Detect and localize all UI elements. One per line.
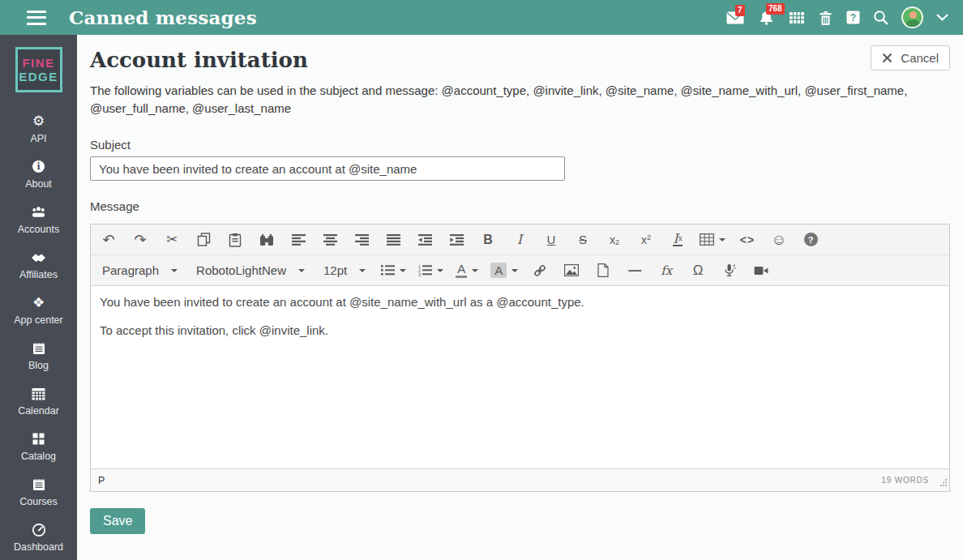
source-code-button[interactable]: <> <box>733 228 762 252</box>
sidebar-nav: ⚙ API i About Accounts Affiliates ❖ App … <box>0 106 77 560</box>
trash-button[interactable] <box>818 10 833 26</box>
table-button[interactable] <box>695 228 730 252</box>
align-right-icon <box>355 234 369 246</box>
sidebar-item-blog[interactable]: Blog <box>0 333 77 378</box>
redo-button[interactable]: ↷ <box>126 228 155 252</box>
voice-input-button[interactable] <box>715 259 744 283</box>
variables-description: The following variables can be used in t… <box>90 82 950 118</box>
format-caret-icon <box>171 269 178 272</box>
align-right-button[interactable] <box>347 228 376 252</box>
profile-dropdown-button[interactable] <box>936 14 948 21</box>
format-select[interactable]: Paragraph <box>94 259 186 283</box>
search-icon <box>873 10 888 25</box>
horizontal-rule-button[interactable]: — <box>620 259 649 283</box>
info-icon: i <box>32 160 45 173</box>
superscript-icon: x2 <box>641 233 651 246</box>
find-replace-button[interactable] <box>252 228 281 252</box>
numbered-list-icon: 123 <box>418 264 432 276</box>
emoticons-button[interactable]: ☺ <box>764 228 794 252</box>
sidebar-item-dashboard[interactable]: Dashboard <box>0 515 77 560</box>
page-title: Account invitation <box>90 48 308 72</box>
hamburger-menu-button[interactable] <box>27 11 46 25</box>
editor-toolbar-row-1: ↶ ↷ ✂ B I U S x2 x2 Ix <> <box>91 224 949 255</box>
undo-icon: ↶ <box>102 233 114 247</box>
underline-icon: U <box>547 233 556 246</box>
app-header: Canned messages 7 768 ? <box>0 0 963 35</box>
font-select-value: RobotoLightNew <box>196 263 286 277</box>
subscript-button[interactable]: x2 <box>600 228 629 252</box>
indent-button[interactable] <box>442 228 471 252</box>
microphone-icon <box>722 263 737 277</box>
font-size-select[interactable]: 12pt <box>315 259 374 283</box>
size-select-value: 12pt <box>323 263 347 277</box>
strikethrough-button[interactable]: S <box>568 228 597 252</box>
superscript-button[interactable]: x2 <box>631 228 661 252</box>
resize-handle[interactable] <box>939 475 948 489</box>
text-color-button[interactable]: A <box>451 259 483 283</box>
sidebar: FINE EDGE ⚙ API i About Accounts Affilia… <box>0 35 77 560</box>
align-center-icon <box>323 234 337 246</box>
undo-button[interactable]: ↶ <box>94 228 123 252</box>
italic-button[interactable]: I <box>505 228 534 252</box>
numbered-list-button[interactable]: 123 <box>413 259 448 283</box>
sidebar-item-about[interactable]: i About <box>0 152 77 197</box>
calendar-icon <box>32 387 45 400</box>
copy-button[interactable] <box>189 228 218 252</box>
align-left-button[interactable] <box>284 228 313 252</box>
sidebar-item-courses[interactable]: Courses <box>0 469 77 515</box>
help-square-icon: ? <box>846 11 860 24</box>
avatar <box>901 6 923 28</box>
bold-button[interactable]: B <box>473 228 503 252</box>
strikethrough-icon: S <box>579 233 587 246</box>
outdent-button[interactable] <box>410 228 439 252</box>
font-family-select[interactable]: RobotoLightNew <box>188 259 313 283</box>
gauge-icon <box>32 523 46 537</box>
page-icon <box>597 263 609 277</box>
sidebar-item-accounts[interactable]: Accounts <box>0 197 77 242</box>
profile-avatar-button[interactable] <box>901 6 923 28</box>
text-color-icon: A <box>456 263 467 278</box>
fine-edge-logo[interactable]: FINE EDGE <box>15 47 62 92</box>
help-button[interactable]: ? <box>846 11 860 24</box>
insert-link-button[interactable] <box>525 259 554 283</box>
bullet-list-button[interactable] <box>376 259 411 283</box>
cancel-label: Cancel <box>901 51 939 65</box>
editor-paragraph-1: You have been invited to create an accou… <box>100 294 940 310</box>
cut-button[interactable]: ✂ <box>157 228 186 252</box>
sidebar-item-calendar[interactable]: Calendar <box>0 378 77 424</box>
align-center-button[interactable] <box>315 228 345 252</box>
insert-page-button[interactable] <box>588 259 618 283</box>
notifications-button[interactable]: 768 <box>757 10 776 25</box>
insert-image-button[interactable] <box>557 259 586 283</box>
paste-button[interactable] <box>220 228 250 252</box>
handshake-icon <box>31 251 46 263</box>
special-character-button[interactable]: Ω <box>683 259 713 283</box>
insert-video-button[interactable] <box>747 259 776 283</box>
element-path[interactable]: P <box>98 475 105 486</box>
rich-text-editor: ↶ ↷ ✂ B I U S x2 x2 Ix <> <box>90 224 950 492</box>
sidebar-item-api[interactable]: ⚙ API <box>0 106 77 152</box>
bullet-list-icon <box>381 264 395 276</box>
editor-content-area[interactable]: You have been invited to create an accou… <box>91 286 949 468</box>
table-icon <box>700 233 714 246</box>
sidebar-item-affiliates[interactable]: Affiliates <box>0 242 77 288</box>
formula-button[interactable]: fx <box>652 259 681 283</box>
sidebar-item-catalog[interactable]: Catalog <box>0 424 77 469</box>
messages-button[interactable]: 7 <box>726 11 744 24</box>
tables-button[interactable] <box>789 11 805 25</box>
hamburger-icon <box>27 11 46 13</box>
clear-formatting-button[interactable]: Ix <box>663 228 692 252</box>
font-caret-icon <box>298 269 305 272</box>
subject-input[interactable] <box>90 156 565 181</box>
save-button[interactable]: Save <box>90 508 145 534</box>
editor-help-button[interactable]: ? <box>796 228 825 252</box>
underline-button[interactable]: U <box>537 228 566 252</box>
background-color-button[interactable]: A <box>486 259 523 283</box>
bold-icon: B <box>483 233 493 247</box>
align-justify-button[interactable] <box>379 228 408 252</box>
text-color-caret <box>472 269 478 272</box>
search-button[interactable] <box>873 10 888 25</box>
cancel-button[interactable]: Cancel <box>871 45 950 71</box>
word-count: 19 WORDS <box>881 476 929 485</box>
sidebar-item-app-center[interactable]: ❖ App center <box>0 288 77 333</box>
